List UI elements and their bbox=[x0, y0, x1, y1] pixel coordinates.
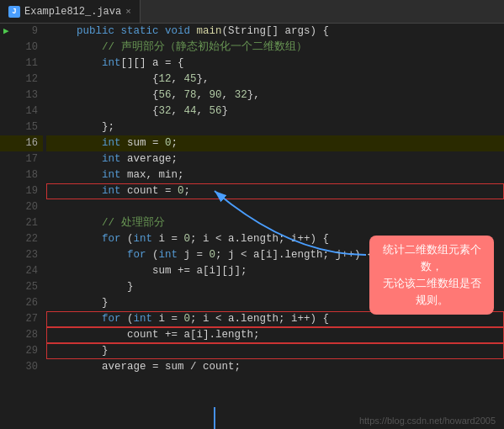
token-kw: int bbox=[134, 233, 153, 245]
token-kw: int bbox=[102, 185, 121, 197]
token-op bbox=[51, 233, 102, 245]
token-op: , bbox=[172, 73, 184, 85]
token-kw: int bbox=[102, 57, 121, 69]
token-op: i = bbox=[152, 313, 184, 325]
line-number-17: 17 bbox=[0, 151, 43, 167]
line-num-label: 14 bbox=[26, 103, 38, 119]
line-number-27: 27 bbox=[0, 311, 43, 327]
token-num: 78 bbox=[184, 89, 197, 101]
line-num-label: 23 bbox=[26, 247, 38, 263]
line-num-label: 22 bbox=[26, 231, 38, 247]
code-line-21: // 处理部分 bbox=[46, 215, 504, 231]
token-cm: // 声明部分（静态初始化一个二维数组） bbox=[51, 41, 307, 53]
token-op: ; j < a[i].length; j++) { bbox=[215, 249, 374, 261]
token-num: 0 bbox=[165, 137, 172, 149]
line-num-label: 27 bbox=[26, 311, 38, 327]
line-num-label: 11 bbox=[26, 56, 38, 72]
line-number-16: 16 bbox=[0, 135, 43, 151]
annotation-text: 统计二维数组元素个数，无论该二维数组是否规则。 bbox=[383, 244, 481, 306]
file-tab[interactable]: J Example812_.java × bbox=[0, 0, 141, 23]
token-op bbox=[51, 57, 102, 69]
line-num-label: 25 bbox=[26, 279, 38, 295]
token-op: ( bbox=[146, 249, 159, 261]
token-num: 0 bbox=[210, 249, 216, 261]
line-number-28: 28 bbox=[0, 327, 43, 343]
line-num-label: 9 bbox=[32, 24, 38, 40]
token-op: , bbox=[197, 105, 210, 117]
token-num: 56 bbox=[210, 105, 222, 117]
code-line-9: public static void main(String[] args) { bbox=[46, 24, 504, 40]
token-op: count += a[i].length; bbox=[51, 329, 260, 341]
token-op: ; bbox=[172, 137, 178, 149]
token-num: 45 bbox=[184, 73, 197, 85]
line-number-24: 24 bbox=[0, 263, 43, 279]
token-op bbox=[51, 249, 127, 261]
code-line-11: int[][] a = { bbox=[46, 56, 504, 72]
token-op bbox=[51, 313, 102, 325]
token-op: average; bbox=[121, 153, 178, 165]
token-op: } bbox=[51, 345, 109, 357]
token-op: }, bbox=[197, 73, 210, 85]
token-op: (String[] args) { bbox=[222, 25, 330, 37]
token-kw: static bbox=[121, 25, 166, 37]
line-number-15: 15 bbox=[0, 119, 43, 135]
code-line-16: int sum = 0; bbox=[46, 135, 504, 151]
token-op: , bbox=[172, 105, 184, 117]
code-line-10: // 声明部分（静态初始化一个二维数组） bbox=[46, 40, 504, 56]
line-num-label: 16 bbox=[26, 135, 38, 151]
line-num-label: 21 bbox=[26, 215, 38, 231]
token-op: i = bbox=[152, 233, 184, 245]
token-op: } bbox=[222, 105, 229, 117]
code-line-17: int average; bbox=[46, 151, 504, 167]
line-number-18: 18 bbox=[0, 167, 43, 183]
line-num-label: 19 bbox=[26, 183, 38, 199]
token-num: 0 bbox=[184, 313, 191, 325]
token-num: 0 bbox=[178, 185, 184, 197]
line-number-23: 23 bbox=[0, 247, 43, 263]
code-line-15: }; bbox=[46, 119, 504, 135]
token-kw: for bbox=[102, 233, 121, 245]
token-kw: for bbox=[127, 249, 146, 261]
line-number-25: 25 bbox=[0, 279, 43, 295]
token-op: ( bbox=[121, 313, 134, 325]
line-num-label: 17 bbox=[26, 151, 38, 167]
token-op: , bbox=[172, 89, 184, 101]
token-num: 44 bbox=[184, 105, 197, 117]
code-line-28: count += a[i].length; bbox=[46, 327, 504, 343]
code-line-30: average = sum / count; bbox=[46, 359, 504, 375]
line-num-label: 12 bbox=[26, 72, 38, 87]
line-num-label: 28 bbox=[26, 327, 38, 343]
token-op: }; bbox=[51, 121, 114, 133]
line-number-21: 21 bbox=[0, 215, 43, 231]
line-num-label: 29 bbox=[26, 343, 38, 359]
editor-area: ▶910111213141516171819202122232425262728… bbox=[0, 24, 504, 429]
line-number-29: 29 bbox=[0, 343, 43, 359]
token-op bbox=[51, 153, 102, 165]
line-number-9: ▶9 bbox=[0, 24, 43, 40]
line-number-20: 20 bbox=[0, 199, 43, 215]
line-num-label: 13 bbox=[26, 87, 38, 103]
code-line-18: int max, min; bbox=[46, 167, 504, 183]
close-icon[interactable]: × bbox=[125, 7, 131, 17]
token-op: max, min; bbox=[121, 169, 184, 181]
token-op: sum = bbox=[121, 137, 166, 149]
token-kw: int bbox=[102, 169, 121, 181]
token-op: count = bbox=[121, 185, 178, 197]
line-num-label: 26 bbox=[26, 295, 38, 311]
token-op: ; i < a.length; i++) { bbox=[190, 233, 329, 245]
line-num-label: 24 bbox=[26, 263, 38, 279]
code-line-14: {32, 44, 56} bbox=[46, 103, 504, 119]
token-num: 90 bbox=[210, 89, 222, 101]
line-gutter: ▶910111213141516171819202122232425262728… bbox=[0, 24, 46, 429]
token-num: 56 bbox=[159, 89, 172, 101]
line-num-label: 30 bbox=[26, 359, 38, 375]
token-num: 12 bbox=[159, 73, 172, 85]
token-op: }, bbox=[247, 89, 260, 101]
token-kw: void bbox=[165, 25, 197, 37]
code-line-13: {56, 78, 90, 32}, bbox=[46, 87, 504, 103]
code-line-19: int count = 0; bbox=[46, 183, 504, 199]
token-op bbox=[51, 137, 102, 149]
line-num-label: 18 bbox=[26, 167, 38, 183]
code-line-20 bbox=[46, 199, 504, 215]
token-op: average = sum / count; bbox=[51, 361, 241, 373]
